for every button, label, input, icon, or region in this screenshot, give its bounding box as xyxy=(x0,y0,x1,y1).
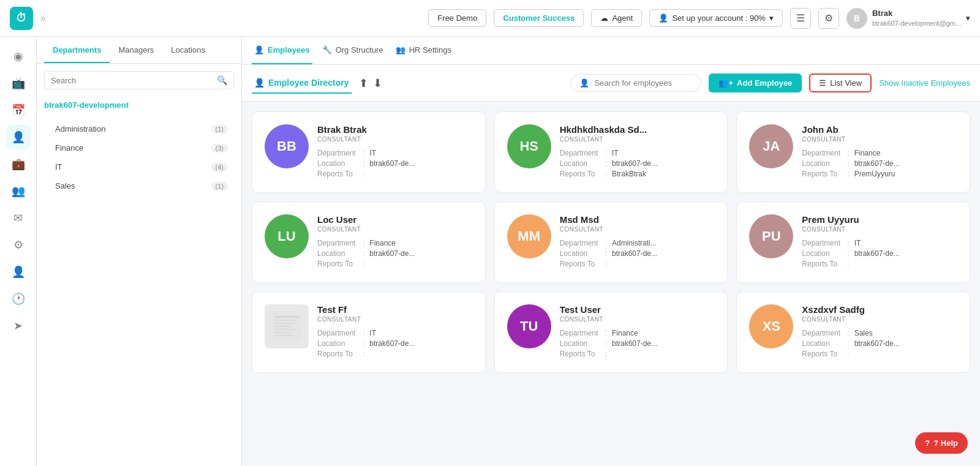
svg-rect-3 xyxy=(274,323,298,324)
avatar: LU xyxy=(265,214,309,258)
employee-directory-tab[interactable]: 👤 Employee Directory xyxy=(252,73,352,94)
dept-name: Sales xyxy=(55,181,211,190)
upload-icons: ⬆ ⬇ xyxy=(359,77,382,90)
hr-icon: 👥 xyxy=(396,45,405,54)
download-icon[interactable]: ⬇ xyxy=(373,77,382,90)
setup-button[interactable]: 👤 Set up your account : 90% ▾ xyxy=(649,9,782,27)
managers-label: Managers xyxy=(118,45,154,54)
employee-role: CONSULTANT xyxy=(802,226,957,233)
reports-value: PremUyyuru xyxy=(854,170,895,178)
add-employee-button[interactable]: 👥+ Add Employee xyxy=(709,73,802,92)
employee-card[interactable]: LU Loc User CONSULTANT Department : Fina… xyxy=(252,201,486,283)
search-employees-icon: 👤 xyxy=(579,78,589,88)
dept-name: IT xyxy=(55,162,211,171)
employee-role: CONSULTANT xyxy=(802,316,957,323)
employee-name: Xszdxvf Sadfg xyxy=(802,304,957,315)
help-button[interactable]: ? ? Help xyxy=(915,432,968,454)
loc-label: Location xyxy=(317,159,360,168)
employee-name: John Ab xyxy=(802,124,957,135)
dept-label: Department xyxy=(560,149,603,157)
employee-name: Prem Uyyuru xyxy=(802,214,957,225)
svg-rect-1 xyxy=(274,316,299,318)
customer-success-button[interactable]: Customer Success xyxy=(494,9,584,27)
avatar xyxy=(265,304,309,348)
show-inactive-link[interactable]: Show Inactive Employees xyxy=(879,78,970,88)
dept-name: Administration xyxy=(55,124,211,133)
employee-card[interactable]: TU Test User CONSULTANT Department : Fin… xyxy=(494,291,728,373)
employee-info: Test User CONSULTANT Department : Financ… xyxy=(560,304,715,360)
content-header: 👤 Employee Directory ⬆ ⬇ 👤 👥+ Add Employ… xyxy=(242,65,980,102)
svg-rect-4 xyxy=(274,326,293,327)
employee-card[interactable]: XS Xszdxvf Sadfg CONSULTANT Department :… xyxy=(736,291,970,373)
svg-rect-6 xyxy=(274,332,292,333)
dept-name: Finance xyxy=(55,143,211,152)
directory-icon: 👤 xyxy=(254,78,265,88)
employee-role: CONSULTANT xyxy=(560,136,715,143)
dept-label: Department xyxy=(317,239,360,247)
tab-employees[interactable]: 👤 Employees xyxy=(252,37,312,64)
reports-label: Reports To xyxy=(560,170,603,178)
employee-card[interactable]: BB Btrak Btrak CONSULTANT Department : I… xyxy=(252,111,486,193)
search-employees-input[interactable] xyxy=(594,78,692,88)
topbar: ⏱ » Free Demo Customer Success ☁ Agent 👤… xyxy=(0,0,980,37)
employee-search-box[interactable]: 👤 xyxy=(570,74,701,92)
user-name: Btrak xyxy=(872,9,961,19)
loc-label: Location xyxy=(560,339,603,348)
agent-button[interactable]: ☁ Agent xyxy=(591,9,642,27)
svg-rect-5 xyxy=(274,329,296,330)
employee-name: Btrak Btrak xyxy=(317,124,473,135)
tab-org-structure[interactable]: 🔧 Org Structure xyxy=(320,37,386,64)
dept-value: IT xyxy=(369,149,376,157)
reports-label: Reports To xyxy=(802,170,845,178)
app-logo[interactable]: ⏱ xyxy=(10,7,33,30)
dept-item[interactable]: Administration (1) xyxy=(44,119,234,138)
employee-card[interactable]: HS Hkdhkdhaskda Sd... CONSULTANT Departm… xyxy=(494,111,728,193)
content-area: 👤 Employees 🔧 Org Structure 👥 HR Setting… xyxy=(242,37,980,466)
tab-managers[interactable]: Managers xyxy=(110,37,162,63)
dept-search-input[interactable] xyxy=(51,76,217,85)
notifications-button[interactable]: ☰ xyxy=(790,8,811,29)
dept-label: Department xyxy=(317,329,360,337)
svg-rect-2 xyxy=(274,320,296,321)
loc-value: btrak607-de... xyxy=(612,339,657,348)
dept-count: (1) xyxy=(211,182,228,190)
dept-value: IT xyxy=(369,329,376,337)
employee-card[interactable]: Test Ff CONSULTANT Department : IT Locat… xyxy=(252,291,486,373)
list-view-button[interactable]: ☰ List View xyxy=(809,73,872,92)
nav-chevron: » xyxy=(40,13,46,24)
dept-search-box[interactable]: 🔍 xyxy=(44,71,234,89)
employee-info: John Ab CONSULTANT Department : Finance … xyxy=(802,124,957,180)
reports-label: Reports To xyxy=(560,350,603,358)
dept-item[interactable]: Sales (1) xyxy=(44,176,234,195)
employee-info: Test Ff CONSULTANT Department : IT Locat… xyxy=(317,304,473,360)
tab-hr-settings[interactable]: 👥 HR Settings xyxy=(393,37,454,64)
dept-count: (4) xyxy=(211,163,228,171)
employee-card[interactable]: JA John Ab CONSULTANT Department : Finan… xyxy=(736,111,970,193)
loc-label: Location xyxy=(317,339,360,348)
tab-departments[interactable]: Departments xyxy=(44,37,110,63)
dept-label: Department xyxy=(317,149,360,157)
dept-count: (1) xyxy=(211,125,228,133)
department-list: Administration (1) Finance (3) IT (4) Sa… xyxy=(44,119,234,195)
employee-card[interactable]: PU Prem Uyyuru CONSULTANT Department : I… xyxy=(736,201,970,283)
upload-icon[interactable]: ⬆ xyxy=(359,77,368,90)
reports-value: BtrakBtrak xyxy=(612,170,646,178)
dept-value: Finance xyxy=(369,239,396,247)
inner-sidebar: Departments Managers Locations 🔍 btrak60… xyxy=(37,37,242,466)
dept-item[interactable]: Finance (3) xyxy=(44,138,234,157)
settings-button[interactable]: ⚙ xyxy=(818,8,839,29)
dept-value: Sales xyxy=(854,329,873,337)
loc-label: Location xyxy=(560,159,603,168)
employee-info: Xszdxvf Sadfg CONSULTANT Department : Sa… xyxy=(802,304,957,360)
employee-card[interactable]: MM Msd Msd CONSULTANT Department : Admin… xyxy=(494,201,728,283)
employee-name: Msd Msd xyxy=(560,214,715,225)
list-view-icon: ☰ xyxy=(819,78,826,88)
employees-tab-icon: 👤 xyxy=(254,45,264,54)
employee-details: Department : Finance Location : btrak607… xyxy=(317,239,473,268)
tab-locations[interactable]: Locations xyxy=(162,37,214,63)
search-icon: 🔍 xyxy=(217,75,227,85)
user-menu[interactable]: B Btrak btrak607-development@gm... ▾ xyxy=(846,8,970,29)
free-demo-button[interactable]: Free Demo xyxy=(428,9,486,27)
dept-item[interactable]: IT (4) xyxy=(44,157,234,176)
org-icon: 🔧 xyxy=(322,45,332,54)
